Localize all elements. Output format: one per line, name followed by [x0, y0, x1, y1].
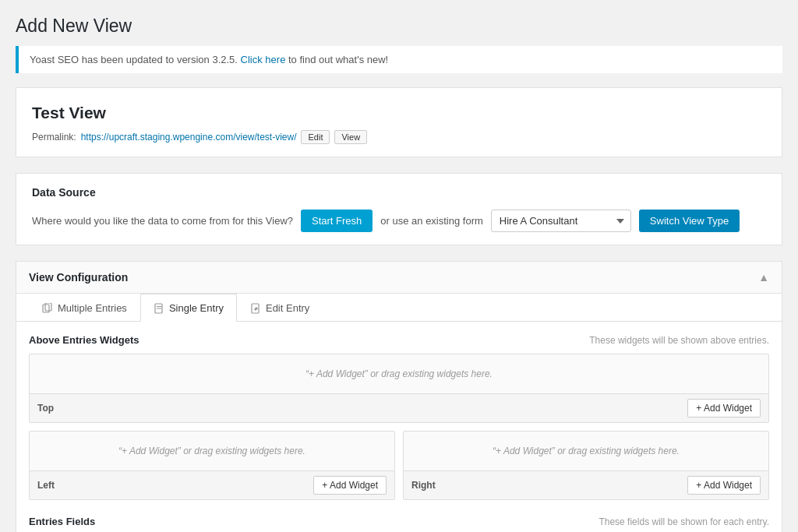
right-widget-zone: “+ Add Widget” or drag existing widgets …: [403, 431, 769, 500]
notice-bar: Yoast SEO has been updated to version 3.…: [16, 46, 782, 73]
tab-multiple-entries[interactable]: Multiple Entries: [29, 294, 140, 322]
two-col-widgets: “+ Add Widget” or drag existing widgets …: [29, 431, 769, 500]
tab-edit-label: Edit Entry: [266, 302, 309, 314]
entries-fields-section: Entries Fields These fields will be show…: [29, 516, 769, 532]
view-config-title: View Configuration: [29, 271, 128, 284]
above-entries-section: Above Entries Widgets These widgets will…: [29, 334, 769, 500]
right-widget-footer: Right + Add Widget: [404, 470, 768, 499]
left-widget-zone: “+ Add Widget” or drag existing widgets …: [29, 431, 395, 500]
view-config-card: View Configuration ▲ Multiple Entries Si…: [16, 261, 782, 532]
left-drop-area: “+ Add Widget” or drag existing widgets …: [30, 432, 394, 470]
data-source-card: Data Source Where would you like the dat…: [16, 173, 782, 245]
view-config-header: View Configuration ▲: [16, 262, 782, 294]
top-drop-area: “+ Add Widget” or drag existing widgets …: [30, 354, 768, 393]
permalink-row: Permalink: https://upcraft.staging.wpeng…: [32, 130, 766, 144]
tab-edit-entry[interactable]: Edit Entry: [237, 294, 323, 322]
top-placeholder: “+ Add Widget” or drag existing widgets …: [305, 368, 493, 379]
notice-suffix: to find out what's new!: [288, 54, 388, 65]
left-placeholder: “+ Add Widget” or drag existing widgets …: [118, 446, 305, 456]
tab-single-entry[interactable]: Single Entry: [140, 294, 237, 322]
tab-single-label: Single Entry: [169, 302, 224, 314]
data-source-row: Where would you like the data to come fr…: [32, 210, 766, 232]
switch-view-button[interactable]: Switch View Type: [639, 210, 740, 232]
notice-text: Yoast SEO has been updated to version 3.…: [30, 54, 238, 65]
top-zone-label: Top: [37, 403, 54, 414]
view-title-card: Permalink: https://upcraft.staging.wpeng…: [16, 87, 782, 157]
right-zone-label: Right: [411, 480, 436, 491]
data-source-title: Data Source: [32, 186, 766, 199]
entries-fields-header: Entries Fields These fields will be show…: [29, 516, 769, 527]
permalink-url[interactable]: https://upcraft.staging.wpengine.com/vie…: [81, 132, 297, 143]
edit-icon: [250, 303, 261, 314]
above-entries-header: Above Entries Widgets These widgets will…: [29, 334, 769, 346]
above-entries-title: Above Entries Widgets: [29, 334, 139, 346]
top-widget-zone: “+ Add Widget” or drag existing widgets …: [29, 354, 769, 423]
start-fresh-button[interactable]: Start Fresh: [301, 210, 373, 232]
tab-content: Above Entries Widgets These widgets will…: [16, 322, 782, 532]
above-entries-hint: These widgets will be shown above entrie…: [589, 335, 769, 346]
view-permalink-button[interactable]: View: [334, 130, 367, 144]
data-source-question: Where would you like the data to come fr…: [32, 215, 293, 227]
pages-icon: [42, 303, 53, 314]
collapse-icon[interactable]: ▲: [758, 271, 769, 284]
form-select[interactable]: Hire A Consultant Contact Form Support R…: [491, 210, 631, 232]
right-add-widget-button[interactable]: + Add Widget: [687, 476, 761, 495]
notice-link[interactable]: Click here: [241, 54, 286, 65]
left-add-widget-button[interactable]: + Add Widget: [313, 476, 387, 495]
left-zone-label: Left: [37, 480, 55, 491]
entries-fields-hint: These fields will be shown for each entr…: [598, 516, 769, 527]
right-drop-area: “+ Add Widget” or drag existing widgets …: [404, 432, 768, 470]
permalink-label: Permalink:: [32, 132, 76, 143]
tabs-row: Multiple Entries Single Entry Edit Entry: [16, 294, 782, 322]
top-widget-footer: Top + Add Widget: [30, 393, 768, 422]
right-placeholder: “+ Add Widget” or drag existing widgets …: [493, 446, 680, 456]
or-text: or use an existing form: [380, 215, 483, 227]
left-widget-footer: Left + Add Widget: [30, 470, 394, 499]
edit-permalink-button[interactable]: Edit: [301, 130, 330, 144]
tab-multiple-label: Multiple Entries: [58, 302, 127, 314]
entries-fields-title: Entries Fields: [29, 516, 95, 527]
view-title-input[interactable]: [32, 100, 766, 125]
page-title: Add New View: [16, 16, 782, 37]
top-add-widget-button[interactable]: + Add Widget: [687, 399, 761, 417]
page-icon: [154, 303, 164, 314]
